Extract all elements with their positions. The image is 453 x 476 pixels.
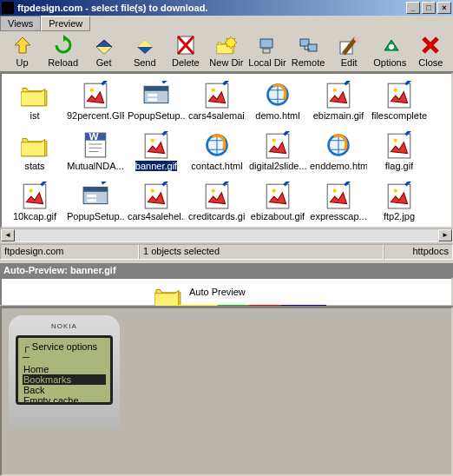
options-button[interactable]: Options bbox=[371, 35, 409, 68]
gif-icon bbox=[142, 131, 170, 159]
maximize-button[interactable]: □ bbox=[422, 2, 436, 14]
status-selection: 1 objects selected bbox=[139, 244, 384, 260]
status-bar: ftpdesign.com 1 objects selected httpdoc… bbox=[0, 244, 453, 260]
file-item[interactable]: 92percent.GIF bbox=[66, 81, 125, 121]
phone-menu-item: Back bbox=[23, 385, 106, 395]
close-button[interactable]: Close bbox=[411, 35, 450, 68]
file-item[interactable]: contact.html bbox=[187, 131, 246, 171]
gif-icon bbox=[203, 182, 231, 209]
file-label: creditcards.gif bbox=[188, 211, 246, 221]
remote-button[interactable]: Remote bbox=[289, 35, 327, 68]
delete-icon bbox=[175, 35, 196, 56]
gif-icon bbox=[264, 131, 292, 159]
toolbar: UpReloadGetSendDeleteNew DirLocal DirRem… bbox=[0, 31, 453, 72]
file-label: contact.html bbox=[191, 161, 242, 171]
get-icon bbox=[94, 35, 115, 56]
localdir-icon bbox=[257, 35, 278, 56]
exe-icon bbox=[82, 182, 109, 209]
gif-icon bbox=[325, 81, 352, 109]
toolbar-label: Edit bbox=[341, 57, 358, 68]
send-button[interactable]: Send bbox=[126, 35, 164, 68]
file-item[interactable]: cars4salehel... bbox=[127, 182, 186, 221]
gif-icon bbox=[21, 182, 49, 209]
toolbar-label: Reload bbox=[48, 57, 78, 68]
exe-icon bbox=[142, 81, 170, 109]
file-list-view[interactable]: ist92percent.GIFPopupSetup...cars4salema… bbox=[0, 72, 453, 228]
gif-icon bbox=[82, 81, 109, 109]
close-window-button[interactable]: × bbox=[437, 2, 451, 14]
tab-views[interactable]: Views bbox=[0, 16, 41, 31]
scroll-left-button[interactable]: ◄ bbox=[1, 229, 15, 241]
html-icon bbox=[325, 131, 352, 159]
view-tabs: Views Preview bbox=[0, 16, 453, 31]
horizontal-scrollbar[interactable]: ◄ ► bbox=[0, 228, 453, 242]
minimize-button[interactable]: _ bbox=[406, 2, 420, 14]
file-item[interactable]: ebizabout.gif bbox=[248, 182, 307, 221]
toolbar-label: New Dir bbox=[209, 57, 243, 68]
toolbar-label: Close bbox=[418, 57, 443, 68]
file-label: PopupSetup... bbox=[67, 211, 124, 221]
up-icon bbox=[12, 35, 33, 56]
file-item[interactable]: ist bbox=[5, 81, 64, 121]
file-item[interactable]: ebizmain.gif bbox=[309, 81, 368, 121]
phone-brand: NOKIA bbox=[16, 322, 113, 330]
file-label: enddemo.html bbox=[310, 161, 367, 171]
file-item[interactable]: filescomplete bbox=[370, 81, 429, 121]
options-icon bbox=[379, 35, 400, 56]
file-item[interactable]: demo.html bbox=[248, 81, 307, 121]
edit-button[interactable]: Edit bbox=[330, 35, 368, 68]
file-item[interactable]: MutualNDA... bbox=[66, 131, 125, 171]
reload-icon bbox=[53, 35, 74, 56]
file-item[interactable]: flag.gif bbox=[370, 131, 429, 171]
reload-button[interactable]: Reload bbox=[44, 35, 82, 68]
folder-icon bbox=[21, 81, 49, 109]
file-item[interactable]: PopupSetup... bbox=[127, 81, 186, 121]
file-label: digital2slide... bbox=[249, 161, 306, 171]
status-host: ftpdesign.com bbox=[0, 244, 139, 260]
gif-icon bbox=[385, 131, 413, 159]
file-label: filescomplete bbox=[371, 110, 427, 121]
toolbar-label: Local Dir bbox=[248, 57, 286, 68]
file-label: ftp2.jpg bbox=[384, 211, 415, 221]
newdir-button[interactable]: New Dir bbox=[207, 35, 246, 68]
file-item[interactable]: ftp2.jpg bbox=[370, 182, 429, 221]
phone-menu-item: Home bbox=[23, 364, 106, 374]
gif-icon bbox=[264, 182, 292, 209]
file-item[interactable]: enddemo.html bbox=[309, 131, 368, 171]
file-item[interactable]: 10kcap.gif bbox=[5, 182, 64, 221]
file-label: 92percent.GIF bbox=[67, 110, 124, 121]
preview-titlebar: Auto-Preview: banner.gif bbox=[0, 263, 453, 277]
file-item[interactable]: PopupSetup... bbox=[66, 182, 125, 221]
toolbar-label: Remote bbox=[292, 57, 325, 68]
file-item[interactable]: creditcards.gif bbox=[187, 182, 246, 221]
file-label: flag.gif bbox=[385, 161, 413, 171]
file-item[interactable]: stats bbox=[5, 131, 64, 171]
window-title: ftpdesign.com - select file(s) to downlo… bbox=[17, 3, 404, 13]
file-label: cars4salemai... bbox=[188, 110, 246, 121]
window-icon bbox=[2, 2, 14, 14]
gif-icon bbox=[325, 182, 352, 209]
file-item[interactable]: cars4salemai... bbox=[187, 81, 246, 121]
status-dir: httpdocs bbox=[384, 244, 453, 260]
file-item[interactable]: banner.gif bbox=[127, 131, 186, 171]
file-item[interactable]: digital2slide... bbox=[248, 131, 307, 171]
file-label: ist bbox=[30, 110, 40, 121]
up-button[interactable]: Up bbox=[3, 35, 42, 68]
file-item[interactable]: expresscap... bbox=[309, 182, 368, 221]
tab-preview[interactable]: Preview bbox=[41, 16, 90, 31]
file-label: ebizmain.gif bbox=[313, 110, 364, 121]
get-button[interactable]: Get bbox=[85, 35, 123, 68]
phone-menu-item: Bookmarks bbox=[23, 374, 106, 385]
file-label: banner.gif bbox=[135, 161, 177, 171]
file-label: cars4salehel... bbox=[128, 211, 185, 221]
toolbar-label: Delete bbox=[172, 57, 200, 68]
toolbar-label: Get bbox=[96, 57, 112, 68]
toolbar-label: Options bbox=[373, 57, 406, 68]
scroll-right-button[interactable]: ► bbox=[438, 229, 452, 241]
phone-menu-item: Empty cache bbox=[23, 395, 106, 405]
preview-image: NOKIA ┌ Service options ─ HomeBookmarksB… bbox=[9, 315, 120, 428]
localdir-button[interactable]: Local Dir bbox=[248, 35, 286, 68]
doc-icon bbox=[82, 131, 109, 159]
delete-button[interactable]: Delete bbox=[167, 35, 205, 68]
phone-screen: ┌ Service options ─ HomeBookmarksBackEmp… bbox=[16, 335, 113, 405]
